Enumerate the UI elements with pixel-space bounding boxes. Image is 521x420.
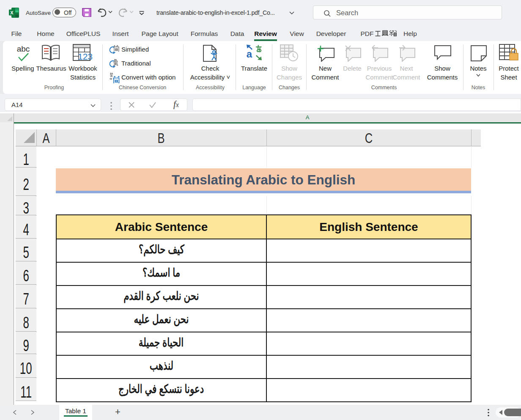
svg-text:a: a — [247, 48, 252, 60]
svg-text:abc: abc — [17, 45, 30, 53]
svg-text:123: 123 — [78, 52, 93, 61]
